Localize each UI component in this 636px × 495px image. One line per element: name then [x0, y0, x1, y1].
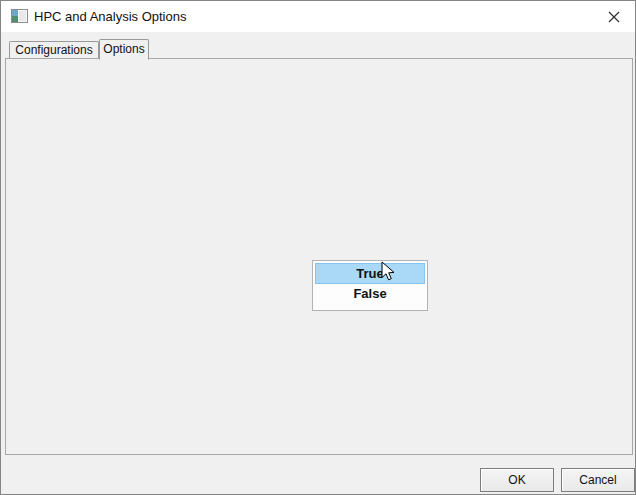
- tab-configurations[interactable]: Configurations: [9, 41, 99, 59]
- options-tab-panel: [5, 58, 633, 455]
- hpc-analysis-options-dialog: HPC and Analysis Options Configurations …: [0, 0, 636, 495]
- mouse-cursor-icon: [381, 261, 395, 282]
- dropdown-option-true[interactable]: True: [315, 263, 425, 284]
- titlebar: HPC and Analysis Options: [1, 1, 635, 32]
- cancel-button[interactable]: Cancel: [561, 468, 635, 492]
- app-icon: [11, 9, 28, 23]
- window-title: HPC and Analysis Options: [34, 1, 186, 32]
- ok-button[interactable]: OK: [480, 468, 554, 492]
- close-icon[interactable]: [601, 7, 627, 27]
- tab-options[interactable]: Options: [99, 39, 149, 60]
- value-dropdown-popup: True False: [312, 260, 428, 311]
- dropdown-option-false[interactable]: False: [315, 284, 425, 305]
